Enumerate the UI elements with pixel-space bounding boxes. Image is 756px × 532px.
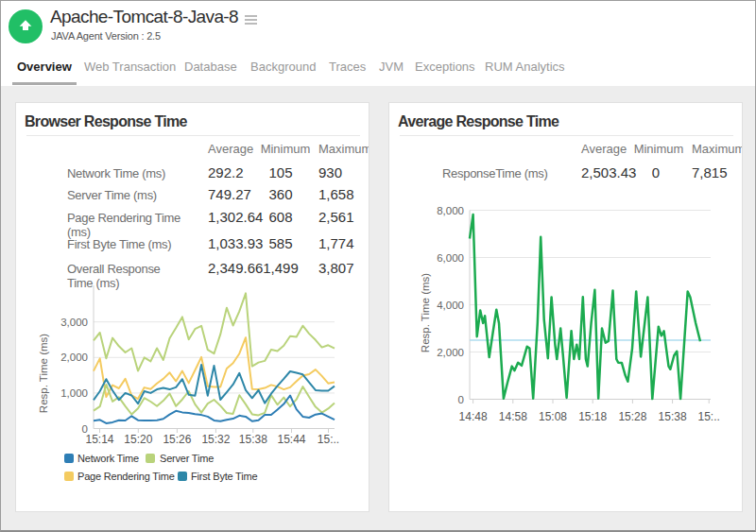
svg-text:14:58: 14:58: [499, 410, 527, 423]
svg-text:0: 0: [458, 394, 464, 405]
svg-text:15:08: 15:08: [539, 410, 567, 423]
svg-text:15:38: 15:38: [659, 410, 687, 423]
svg-text:2,000: 2,000: [437, 347, 464, 358]
svg-text:Resp. Time (ms): Resp. Time (ms): [420, 273, 431, 353]
svg-text:15:18: 15:18: [578, 410, 607, 423]
svg-text:8,000: 8,000: [437, 205, 464, 216]
svg-text:15:..: 15:..: [698, 410, 720, 423]
svg-text:6,000: 6,000: [437, 252, 464, 264]
svg-text:4,000: 4,000: [437, 300, 464, 311]
svg-text:15:28: 15:28: [618, 410, 646, 423]
svg-text:14:48: 14:48: [459, 410, 488, 423]
